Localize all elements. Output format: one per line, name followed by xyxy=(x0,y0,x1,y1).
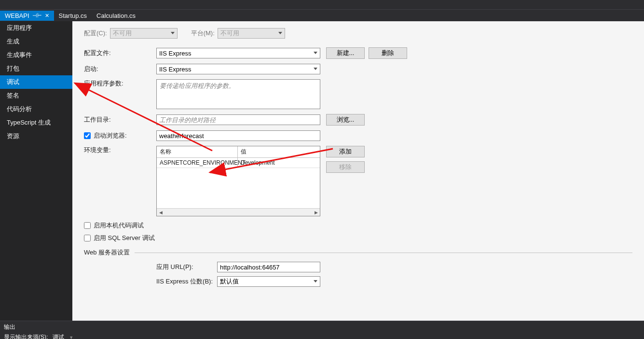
launch-row: 启动: xyxy=(84,64,632,74)
output-title: 输出 xyxy=(4,322,640,333)
sidebar-item-resources[interactable]: 资源 xyxy=(0,129,72,143)
webserver-section-header: Web 服务器设置 xyxy=(84,248,632,257)
workdir-row: 工作目录: 浏览... xyxy=(84,114,632,126)
top-toolbar xyxy=(0,0,644,10)
launch-browser-label: 启动浏览器: xyxy=(94,131,127,140)
property-sidebar: 应用程序 生成 生成事件 打包 调试 签名 代码分析 TypeScript 生成… xyxy=(0,21,72,321)
launch-browser-input[interactable] xyxy=(156,130,320,141)
section-divider xyxy=(135,253,632,253)
chevron-down-icon[interactable]: ▼ xyxy=(69,335,73,339)
sidebar-item-signing[interactable]: 签名 xyxy=(0,89,72,102)
iisbits-label: IIS Express 位数(B): xyxy=(156,277,217,286)
pin-icon[interactable]: ⊣⊢ xyxy=(32,13,42,19)
appurl-row: 应用 URL(P): xyxy=(156,262,632,272)
envvar-label: 环境变量: xyxy=(84,146,156,155)
add-button[interactable]: 添加 xyxy=(326,146,365,157)
output-panel: 输出 显示输出来源(S): 调试 ▼ xyxy=(0,321,644,339)
table-row[interactable]: ASPNETCORE_ENVIRONMENT Development xyxy=(157,158,320,168)
profile-label: 配置文件: xyxy=(84,49,156,57)
config-select xyxy=(110,28,178,39)
workdir-input[interactable] xyxy=(156,114,320,125)
browser-row: 启动浏览器: xyxy=(84,130,632,141)
profile-select[interactable] xyxy=(156,48,320,58)
main-layout: 应用程序 生成 生成事件 打包 调试 签名 代码分析 TypeScript 生成… xyxy=(0,21,644,321)
platform-select xyxy=(218,28,285,39)
tab-startup[interactable]: Startup.cs xyxy=(54,11,92,21)
sidebar-item-application[interactable]: 应用程序 xyxy=(0,21,72,35)
tab-label: WEBAPI xyxy=(5,12,29,19)
tab-calculation[interactable]: Calculation.cs xyxy=(92,11,140,21)
scroll-left-icon[interactable]: ◀ xyxy=(158,210,164,215)
profile-row: 配置文件: 新建... 删除 xyxy=(84,47,632,59)
envvar-row: 环境变量: 名称 值 ASPNETCORE_ENVIRONMENT Develo… xyxy=(84,146,632,216)
sidebar-item-build-events[interactable]: 生成事件 xyxy=(0,48,72,62)
sidebar-item-build[interactable]: 生成 xyxy=(0,35,72,48)
col-name: 名称 xyxy=(157,146,238,157)
webserver-section-label: Web 服务器设置 xyxy=(84,248,130,257)
workdir-label: 工作目录: xyxy=(84,115,156,124)
output-source-value[interactable]: 调试 xyxy=(50,333,67,339)
envvar-table[interactable]: 名称 值 ASPNETCORE_ENVIRONMENT Development … xyxy=(156,146,320,216)
col-value: 值 xyxy=(238,146,320,157)
sidebar-item-debug[interactable]: 调试 xyxy=(0,75,72,89)
debug-settings-panel: 配置(C): 平台(M): 配置文件: 新建... 删除 启动: 应用程序参数:… xyxy=(72,21,644,321)
iisbits-select[interactable] xyxy=(217,276,320,287)
tab-label: Calculation.cs xyxy=(96,12,136,19)
launch-label: 启动: xyxy=(84,65,156,73)
native-debug-label: 启用本机代码调试 xyxy=(94,221,144,230)
table-header: 名称 值 xyxy=(157,146,320,158)
document-tabs: WEBAPI ⊣⊢ ✕ Startup.cs Calculation.cs xyxy=(0,10,644,21)
sidebar-item-code-analysis[interactable]: 代码分析 xyxy=(0,102,72,116)
env-value: Development xyxy=(238,158,320,168)
sql-debug-label: 启用 SQL Server 调试 xyxy=(94,234,155,242)
tab-webapi[interactable]: WEBAPI ⊣⊢ ✕ xyxy=(0,11,54,21)
launch-select[interactable] xyxy=(156,64,320,74)
sidebar-item-package[interactable]: 打包 xyxy=(0,62,72,75)
scroll-right-icon[interactable]: ▶ xyxy=(313,210,319,215)
appurl-label: 应用 URL(P): xyxy=(156,263,217,271)
launch-browser-checkbox[interactable] xyxy=(84,132,91,139)
browse-button[interactable]: 浏览... xyxy=(326,114,365,126)
output-source-label: 显示输出来源(S): xyxy=(4,333,48,339)
sql-debug-row: 启用 SQL Server 调试 xyxy=(84,234,632,242)
tab-label: Startup.cs xyxy=(59,12,87,19)
config-platform-row: 配置(C): 平台(M): xyxy=(84,28,632,39)
native-debug-row: 启用本机代码调试 xyxy=(84,221,632,230)
launch-browser-check-wrap: 启动浏览器: xyxy=(84,131,156,140)
output-toolbar: 显示输出来源(S): 调试 ▼ xyxy=(4,333,640,339)
sidebar-item-typescript[interactable]: TypeScript 生成 xyxy=(0,116,72,129)
remove-button[interactable]: 移除 xyxy=(326,161,365,173)
iisbits-row: IIS Express 位数(B): xyxy=(156,276,632,287)
table-hscroll[interactable]: ◀ ▶ xyxy=(157,208,320,216)
appurl-input[interactable] xyxy=(217,262,320,272)
appargs-input[interactable] xyxy=(156,79,320,109)
sql-debug-checkbox[interactable] xyxy=(84,235,91,241)
platform-label: 平台(M): xyxy=(191,29,215,38)
appargs-label: 应用程序参数: xyxy=(84,79,156,88)
appargs-row: 应用程序参数: xyxy=(84,79,632,109)
delete-button[interactable]: 删除 xyxy=(369,47,407,59)
native-debug-checkbox[interactable] xyxy=(84,222,91,229)
env-name: ASPNETCORE_ENVIRONMENT xyxy=(157,158,238,168)
config-label: 配置(C): xyxy=(84,29,107,38)
close-icon[interactable]: ✕ xyxy=(45,13,49,19)
new-button[interactable]: 新建... xyxy=(326,47,365,59)
